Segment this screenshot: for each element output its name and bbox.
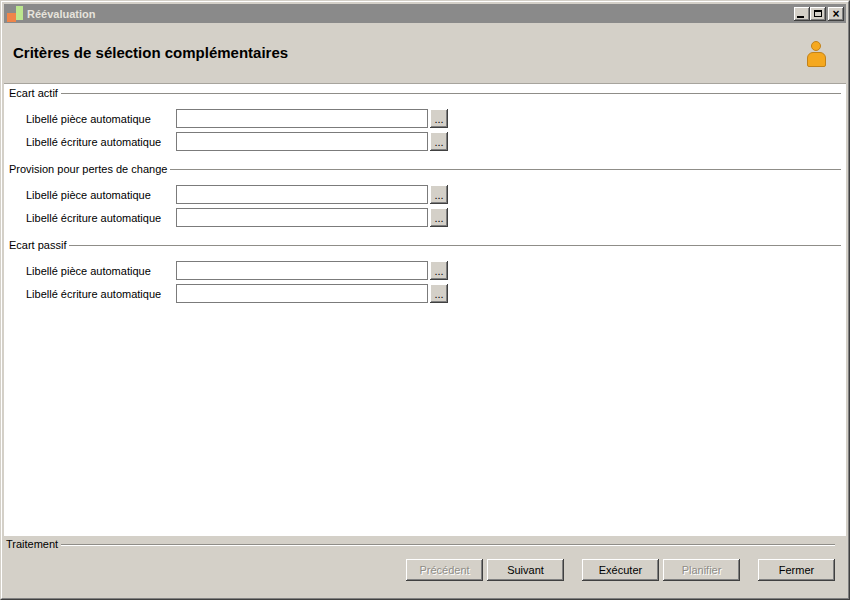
field-row: Libellé pièce automatique ... [9,109,841,128]
field-label: Libellé pièce automatique [26,113,176,125]
planifier-button: Planifier [663,559,740,581]
criteria-panel: Ecart actif Libellé pièce automatique ..… [4,83,846,536]
app-icon-orange-block [7,13,16,22]
group-separator-line [170,169,841,171]
group-ecart-passif: Ecart passif Libellé pièce automatique .… [9,239,841,303]
libelle-piece-input[interactable] [176,185,428,204]
libelle-ecriture-input[interactable] [176,208,428,227]
browse-button[interactable]: ... [430,109,448,128]
sage-blocks-icon [6,5,24,22]
maximize-icon[interactable] [810,7,826,21]
browse-button[interactable]: ... [430,132,448,151]
footer-separator-line [61,544,835,546]
app-icon-green-block [16,6,23,20]
group-title: Ecart passif [9,239,69,251]
action-button-row: Précédent Suivant Exécuter Planifier Fer… [6,559,835,581]
group-separator-line [69,245,841,247]
page-title: Critères de sélection complémentaires [13,44,846,61]
titlebar[interactable]: Réévaluation × [4,4,846,23]
browse-button[interactable]: ... [430,185,448,204]
libelle-ecriture-input[interactable] [176,284,428,303]
libelle-piece-input[interactable] [176,261,428,280]
field-label: Libellé écriture automatique [26,136,176,148]
traitement-group-title: Traitement [6,538,61,550]
field-label: Libellé pièce automatique [26,189,176,201]
field-row: Libellé écriture automatique ... [9,284,841,303]
suivant-button[interactable]: Suivant [487,559,564,581]
precedent-button: Précédent [406,559,483,581]
fermer-button[interactable]: Fermer [758,559,835,581]
field-row: Libellé écriture automatique ... [9,208,841,227]
dialog-window: Réévaluation × Critères de sélection com… [0,0,850,600]
libelle-piece-input[interactable] [176,109,428,128]
field-row: Libellé pièce automatique ... [9,185,841,204]
window-controls: × [794,7,844,21]
executer-button[interactable]: Exécuter [582,559,659,581]
field-label: Libellé écriture automatique [26,288,176,300]
minimize-icon[interactable] [794,7,810,21]
close-icon[interactable]: × [828,7,844,21]
group-title: Ecart actif [9,87,61,99]
group-provision-pertes-change: Provision pour pertes de change Libellé … [9,163,841,227]
window-inner-frame: Réévaluation × Critères de sélection com… [1,1,849,599]
header-band: Critères de sélection complémentaires [4,23,846,83]
footer-band: Traitement Précédent Suivant Exécuter Pl… [4,536,846,596]
group-separator-line [61,93,841,95]
group-ecart-actif: Ecart actif Libellé pièce automatique ..… [9,87,841,151]
field-label: Libellé pièce automatique [26,265,176,277]
browse-button[interactable]: ... [430,284,448,303]
browse-button[interactable]: ... [430,261,448,280]
field-row: Libellé écriture automatique ... [9,132,841,151]
field-label: Libellé écriture automatique [26,212,176,224]
window-title: Réévaluation [27,8,794,20]
person-icon [805,41,827,68]
group-title: Provision pour pertes de change [9,163,170,175]
libelle-ecriture-input[interactable] [176,132,428,151]
field-row: Libellé pièce automatique ... [9,261,841,280]
browse-button[interactable]: ... [430,208,448,227]
